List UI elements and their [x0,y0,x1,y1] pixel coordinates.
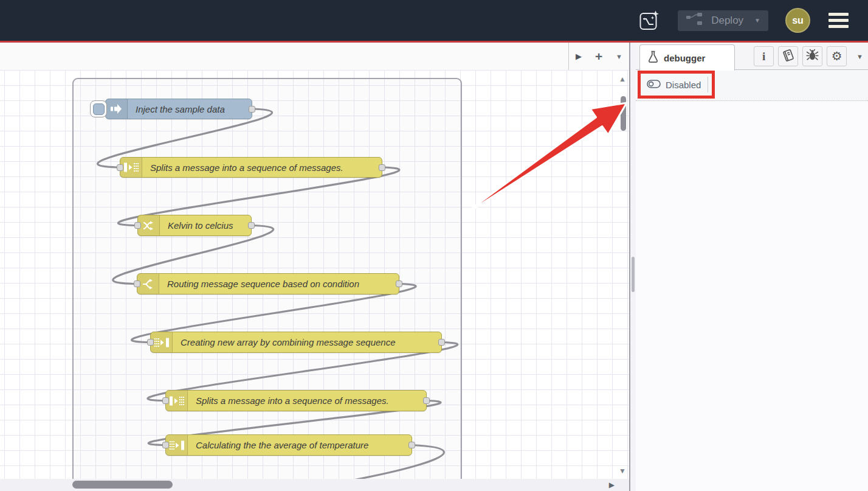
gear-icon: ⚙ [832,50,842,63]
node-change-1[interactable]: Kelvin to celcius [137,215,252,236]
annotation-highlight-box: Disabled [638,71,715,99]
switch-icon [137,274,159,294]
node-port-out[interactable] [423,397,430,404]
debugger-toolbar: Disabled [636,70,868,101]
node-label: Inject the sample data [128,99,252,119]
canvas-scroll-up-icon[interactable]: ▲ [619,75,626,83]
info-button[interactable]: i [754,46,774,66]
node-port-out[interactable] [249,106,255,113]
book-icon [781,48,796,65]
node-label: Creating new array by combining message … [173,332,441,352]
node-port-out[interactable] [438,339,445,346]
node-port-out[interactable] [248,222,255,229]
canvas-scroll-right-icon[interactable]: ▶ [609,481,615,489]
sidebar-tab-debugger[interactable]: debugger [639,44,735,71]
sidebar-splitter[interactable] [629,43,636,491]
node-label: Calculating the the average of temperatu… [188,435,412,455]
node-port-out[interactable] [396,280,402,287]
node-split-1[interactable]: Splits a message into a sequence of mess… [120,157,382,178]
flow-assistant-icon[interactable] [638,9,661,32]
deploy-dropdown-caret-icon[interactable]: ▼ [754,17,760,24]
canvas-hscroll-thumb[interactable] [72,481,173,489]
node-label: Splits a message into a sequence of mess… [142,158,382,177]
node-port-in[interactable] [117,164,123,171]
add-flow-icon[interactable]: + [595,50,602,63]
menu-bar [828,13,849,16]
canvas-scroll-down-icon[interactable]: ▼ [619,467,626,475]
inject-arrow-icon [106,99,128,119]
user-avatar[interactable]: su [785,8,810,33]
node-join-2[interactable]: Calculating the the average of temperatu… [165,434,412,456]
flow-list-icon[interactable]: ▼ [616,53,622,60]
sidebar-header: debugger i⚙▼ [636,43,868,70]
flow-tab-bar: ▶ + ▼ [0,43,629,70]
change-icon [138,215,160,235]
flow-canvas[interactable]: Inject the sample dataSplits a message i… [0,70,629,479]
toggle-off-icon [647,80,661,90]
sidebar-tab-label: debugger [664,53,705,63]
node-port-out[interactable] [408,442,415,448]
node-label: Routing message sequence based on condit… [159,274,399,294]
disabled-label: Disabled [666,80,701,90]
join-icon [166,435,188,455]
toolbar-separator [708,77,708,92]
menu-bar [828,19,849,22]
main-menu-button[interactable] [827,12,850,29]
node-port-in[interactable] [147,339,154,346]
node-split-2[interactable]: Splits a message into a sequence of mess… [165,390,427,411]
node-join-1[interactable]: Creating new array by combining message … [150,332,442,353]
split-icon [120,158,142,177]
inject-run-button[interactable] [90,100,107,117]
join-icon [151,332,173,352]
header: Deploy ▼ su [0,0,868,41]
flow-assistant-glyph [638,9,661,32]
sidebar-buttons: i⚙▼ [754,46,863,66]
deploy-label: Deploy [711,15,743,27]
node-inject[interactable]: Inject the sample data [105,99,252,119]
debug-button[interactable] [802,46,822,66]
info-icon: i [762,50,765,63]
bug-icon [805,48,819,64]
sidebar: debugger i⚙▼ Disabled [636,43,868,491]
node-port-in[interactable] [134,280,140,287]
library-button[interactable] [778,46,798,66]
canvas-hscrollbar: ▶ [0,479,629,491]
node-port-in[interactable] [134,222,141,229]
debugger-panel-content [636,101,868,491]
tab-bar-controls: ▶ + ▼ [568,43,629,70]
deploy-nodes-icon [686,11,704,30]
deploy-button[interactable]: Deploy ▼ [678,10,768,31]
split-icon [166,391,188,411]
tab-scroll-right-icon[interactable]: ▶ [576,52,582,61]
settings-button[interactable]: ⚙ [827,46,847,66]
splitter-scroll-thumb[interactable] [632,257,635,292]
debugger-disabled-toggle[interactable]: Disabled [641,80,701,90]
node-label: Kelvin to celcius [160,215,251,235]
node-red-app: Deploy ▼ su ▶ + ▼ Inject the sample da [0,0,868,491]
workspace: ▶ + ▼ Inject the sample dataSplits a mes… [0,43,629,491]
node-switch-1[interactable]: Routing message sequence based on condit… [137,273,399,294]
sidebar-collapse-icon[interactable]: ▼ [856,53,863,60]
menu-bar [828,25,849,28]
node-port-in[interactable] [162,397,169,404]
node-port-in[interactable] [162,442,169,448]
node-port-out[interactable] [379,164,385,171]
canvas-vscroll-thumb[interactable] [621,96,626,131]
flask-icon [648,50,658,65]
node-label: Splits a message into a sequence of mess… [188,391,426,411]
